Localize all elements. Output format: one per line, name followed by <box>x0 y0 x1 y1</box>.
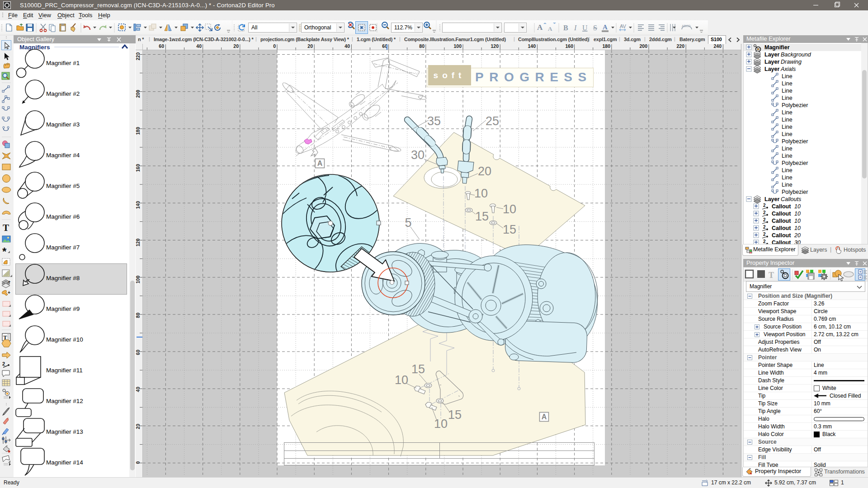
svg-text:I: I <box>574 24 577 32</box>
svg-text:120: 120 <box>136 239 141 247</box>
svg-text:25: 25 <box>486 114 499 128</box>
svg-text:100: 100 <box>136 276 141 284</box>
svg-text:10: 10 <box>794 203 801 210</box>
svg-text:80: 80 <box>136 313 141 318</box>
svg-text:Polybezier: Polybezier <box>782 138 808 145</box>
svg-text:100: 100 <box>453 44 462 49</box>
svg-text:0: 0 <box>273 44 276 49</box>
svg-text:Line: Line <box>782 80 793 87</box>
svg-text:Line: Line <box>782 117 793 123</box>
svg-text:220: 220 <box>676 44 684 49</box>
svg-text:10: 10 <box>794 218 801 224</box>
svg-text:PROGRESS: PROGRESS <box>475 70 592 84</box>
svg-text:Line: Line <box>782 145 793 152</box>
svg-text:2: 2 <box>763 239 766 244</box>
svg-text:15: 15 <box>448 408 462 422</box>
svg-text:40: 40 <box>196 44 202 49</box>
svg-text:Layer: Layer <box>764 196 779 202</box>
svg-text:Line: Line <box>782 95 793 101</box>
svg-text:Line: Line <box>782 182 793 188</box>
svg-text:soft: soft <box>434 70 466 80</box>
svg-text:140: 140 <box>136 201 141 209</box>
svg-text:10: 10 <box>794 225 801 231</box>
svg-text:10: 10 <box>434 417 448 431</box>
svg-text:Line: Line <box>782 131 793 137</box>
svg-text:A: A <box>542 413 547 421</box>
svg-text:Callout: Callout <box>772 225 791 231</box>
svg-text:2: 2 <box>763 210 766 215</box>
svg-text:Callout: Callout <box>772 239 791 244</box>
svg-text:180: 180 <box>136 127 141 135</box>
svg-text:20: 20 <box>478 164 491 178</box>
svg-text:2: 2 <box>763 225 766 230</box>
svg-text:T: T <box>3 222 9 233</box>
svg-text:T: T <box>769 271 774 280</box>
svg-text:2: 2 <box>763 232 766 237</box>
svg-text:Layer: Layer <box>764 52 779 58</box>
svg-text:2: 2 <box>763 217 766 222</box>
svg-text:S: S <box>593 24 597 32</box>
svg-text:Line: Line <box>782 88 793 94</box>
svg-text:2: 2 <box>763 203 766 208</box>
svg-text:+: + <box>8 290 10 295</box>
svg-text:Polybezier: Polybezier <box>782 102 808 108</box>
svg-text:Callout: Callout <box>772 211 791 217</box>
svg-text:2: 2 <box>2 361 5 366</box>
svg-text:80: 80 <box>419 44 425 49</box>
svg-text:15: 15 <box>503 223 516 236</box>
svg-text:Line: Line <box>782 73 793 80</box>
svg-text:Callouts: Callouts <box>781 196 801 202</box>
svg-text:Line: Line <box>782 167 793 174</box>
svg-text:AV: AV <box>620 23 627 29</box>
svg-text:+: + <box>8 280 10 284</box>
svg-text:Callout: Callout <box>772 218 791 224</box>
svg-text:20: 20 <box>307 44 313 49</box>
svg-text:20: 20 <box>233 44 239 49</box>
svg-text:30: 30 <box>794 239 801 244</box>
svg-text:A: A <box>548 25 552 32</box>
svg-text:10: 10 <box>794 211 801 217</box>
svg-text:140: 140 <box>528 44 536 49</box>
svg-text:Line: Line <box>782 109 793 116</box>
svg-text:Line: Line <box>782 153 793 159</box>
svg-text:60: 60 <box>159 44 164 49</box>
svg-text:60: 60 <box>136 350 141 355</box>
svg-text:B: B <box>563 24 568 32</box>
svg-text:180: 180 <box>602 44 610 49</box>
svg-text:0: 0 <box>136 461 141 464</box>
svg-text:160: 160 <box>565 44 573 49</box>
svg-text:30: 30 <box>411 148 425 162</box>
svg-text:160: 160 <box>136 164 141 172</box>
svg-text:220: 220 <box>136 52 141 61</box>
svg-text:*: * <box>2 245 7 258</box>
svg-text:Background: Background <box>781 52 811 58</box>
svg-text:15: 15 <box>411 362 425 376</box>
svg-text:Line: Line <box>782 124 793 130</box>
svg-text:10: 10 <box>474 187 488 200</box>
svg-text:Magnifier: Magnifier <box>764 44 790 51</box>
svg-text:Layer: Layer <box>764 66 779 72</box>
svg-text:Axials: Axials <box>780 66 796 72</box>
svg-text:40: 40 <box>344 44 350 49</box>
svg-text:A: A <box>603 23 608 31</box>
svg-text:A: A <box>537 23 543 32</box>
svg-text:Line: Line <box>782 174 793 181</box>
svg-text:5: 5 <box>405 216 411 230</box>
svg-text:Callout: Callout <box>772 232 791 239</box>
svg-text:A: A <box>317 160 323 167</box>
svg-text:35: 35 <box>427 114 441 128</box>
svg-text:20: 20 <box>794 232 801 239</box>
svg-text:200: 200 <box>136 90 141 98</box>
svg-text:Layer: Layer <box>764 59 779 65</box>
svg-text:Callout: Callout <box>772 203 791 210</box>
svg-text:Drawing: Drawing <box>781 59 802 65</box>
svg-text:20: 20 <box>136 424 141 429</box>
svg-text:120: 120 <box>491 44 499 49</box>
svg-text:Polybezier: Polybezier <box>782 189 808 195</box>
svg-text:10: 10 <box>395 373 408 387</box>
svg-text:40: 40 <box>136 387 141 392</box>
svg-text:U: U <box>582 24 588 32</box>
svg-text:240: 240 <box>713 44 722 49</box>
svg-text:10: 10 <box>503 202 516 216</box>
svg-text:Polybezier: Polybezier <box>782 160 808 166</box>
